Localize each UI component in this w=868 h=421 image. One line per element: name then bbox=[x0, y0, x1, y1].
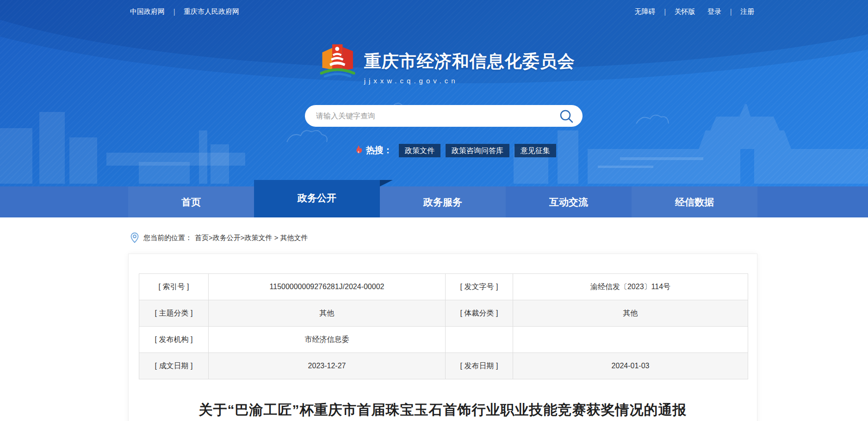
table-row: [ 成文日期 ] 2023-12-27 [ 发布日期 ] 2024-01-03 bbox=[139, 353, 748, 379]
search-bar bbox=[305, 105, 583, 127]
meta-label-genre-class: [ 体裁分类 ] bbox=[446, 300, 513, 327]
breadcrumb-path[interactable]: 首页>政务公开>政策文件 > 其他文件 bbox=[195, 234, 308, 242]
link-accessibility[interactable]: 无障碍 bbox=[635, 7, 656, 15]
link-register[interactable]: 注册 bbox=[740, 7, 754, 15]
document-title: 关于“巴渝工匠”杯重庆市首届珠宝玉石首饰行业职业技能竞赛获奖情况的通报 bbox=[139, 401, 747, 420]
topbar-right-links: 无障碍 ｜ 关怀版 登录 ｜ 注册 bbox=[635, 7, 754, 16]
meta-value-doc-no: 渝经信发〔2023〕114号 bbox=[513, 274, 748, 300]
hot-tag-policy-qa[interactable]: 政策咨询问答库 bbox=[446, 144, 509, 157]
meta-label-topic-class: [ 主题分类 ] bbox=[139, 300, 209, 327]
flame-icon bbox=[353, 145, 363, 156]
meta-label-empty bbox=[446, 327, 513, 353]
link-care-version[interactable]: 关怀版 bbox=[675, 7, 695, 15]
site-url: jjxxw.cq.gov.cn bbox=[364, 77, 575, 85]
search-input[interactable] bbox=[316, 112, 558, 120]
meta-value-topic-class: 其他 bbox=[209, 300, 446, 327]
site-title: 重庆市经济和信息化委员会 bbox=[364, 50, 575, 73]
meta-label-index-no: [ 索引号 ] bbox=[139, 274, 209, 300]
main-nav: 首页 政务公开 政务服务 互动交流 经信数据 bbox=[0, 186, 868, 217]
hot-search-row: 热搜： 政策文件 政策咨询问答库 意见征集 bbox=[353, 143, 561, 157]
tab-gov-services[interactable]: 政务服务 bbox=[380, 186, 506, 217]
breadcrumb: 您当前的位置： 首页>政务公开>政策文件 > 其他文件 bbox=[0, 217, 868, 243]
link-china-gov[interactable]: 中国政府网 bbox=[130, 7, 165, 15]
meta-value-genre-class: 其他 bbox=[513, 300, 748, 327]
hot-tag-opinion[interactable]: 意见征集 bbox=[515, 144, 556, 157]
table-row: [ 主题分类 ] 其他 [ 体裁分类 ] 其他 bbox=[139, 300, 748, 327]
tab-home[interactable]: 首页 bbox=[128, 186, 254, 217]
meta-value-written-date: 2023-12-27 bbox=[209, 353, 446, 379]
meta-label-issuing-org: [ 发布机构 ] bbox=[139, 327, 209, 353]
meta-value-empty bbox=[513, 327, 748, 353]
link-login[interactable]: 登录 bbox=[707, 7, 721, 15]
separator: ｜ bbox=[727, 7, 734, 15]
header-banner: 中国政府网 ｜ 重庆市人民政府网 无障碍 ｜ 关怀版 登录 ｜ 注册 重 bbox=[0, 0, 868, 186]
link-chongqing-gov[interactable]: 重庆市人民政府网 bbox=[184, 7, 239, 15]
nav-tabs: 首页 政务公开 政务服务 互动交流 经信数据 bbox=[128, 186, 757, 217]
main-content: 您当前的位置： 首页>政务公开>政策文件 > 其他文件 [ 索引号 ] 1150… bbox=[0, 217, 868, 421]
tab-gov-disclosure-label: 政务公开 bbox=[298, 192, 336, 203]
breadcrumb-prefix: 您当前的位置： bbox=[143, 234, 192, 242]
hot-search-label: 热搜： bbox=[366, 144, 392, 156]
brand-text: 重庆市经济和信息化委员会 jjxxw.cq.gov.cn bbox=[364, 40, 575, 85]
meta-label-doc-no: [ 发文字号 ] bbox=[446, 274, 513, 300]
hot-tag-policy-docs[interactable]: 政策文件 bbox=[399, 144, 440, 157]
meta-value-index-no: 11500000009276281J/2024-00002 bbox=[209, 274, 446, 300]
topbar: 中国政府网 ｜ 重庆市人民政府网 无障碍 ｜ 关怀版 登录 ｜ 注册 bbox=[0, 7, 868, 16]
tab-gov-disclosure[interactable]: 政务公开 bbox=[254, 180, 380, 217]
location-pin-icon bbox=[130, 232, 139, 243]
meta-label-written-date: [ 成文日期 ] bbox=[139, 353, 209, 379]
topbar-left-links: 中国政府网 ｜ 重庆市人民政府网 bbox=[130, 7, 239, 16]
meta-value-publish-date: 2024-01-03 bbox=[513, 353, 748, 379]
document-card: [ 索引号 ] 11500000009276281J/2024-00002 [ … bbox=[128, 254, 757, 421]
tab-econ-data[interactable]: 经信数据 bbox=[632, 186, 757, 217]
meta-value-issuing-org: 市经济信息委 bbox=[209, 327, 446, 353]
document-meta-table: [ 索引号 ] 11500000009276281J/2024-00002 [ … bbox=[139, 273, 748, 379]
search-button[interactable] bbox=[558, 108, 574, 124]
search-icon bbox=[558, 108, 574, 124]
site-brand[interactable]: 重庆市经济和信息化委员会 jjxxw.cq.gov.cn bbox=[319, 40, 575, 85]
site-logo-icon bbox=[319, 40, 357, 79]
table-row: [ 索引号 ] 11500000009276281J/2024-00002 [ … bbox=[139, 274, 748, 300]
table-row: [ 发布机构 ] 市经济信息委 bbox=[139, 327, 748, 353]
separator: ｜ bbox=[171, 7, 178, 15]
tab-interaction[interactable]: 互动交流 bbox=[506, 186, 632, 217]
meta-label-publish-date: [ 发布日期 ] bbox=[446, 353, 513, 379]
separator: ｜ bbox=[662, 7, 669, 15]
